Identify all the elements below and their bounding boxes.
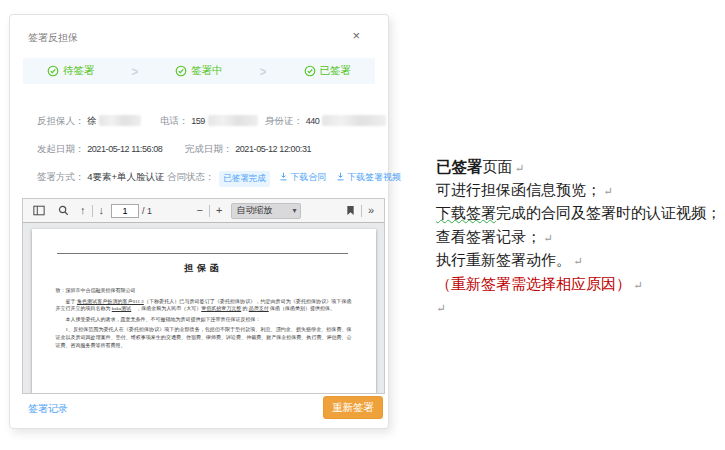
- field-sign-method: 签署方式： 4要素+单人脸认证: [37, 171, 164, 184]
- step-label: 签署中: [191, 64, 223, 78]
- page-up-icon[interactable]: ↑: [80, 205, 86, 216]
- masked-idcard: [322, 115, 386, 126]
- annotation-text-spellcheck: 下载签署: [436, 205, 496, 221]
- resign-button[interactable]: 重新签署: [323, 396, 383, 419]
- annotation-heading: 已签署页面↵: [436, 155, 725, 179]
- sign-method-label: 签署方式：: [37, 171, 85, 182]
- field-start-date: 发起日期： 2021-05-12 11:56:08: [37, 143, 162, 156]
- doc-underlined: 角色测试客户扮演的客户011 2: [77, 299, 144, 304]
- annotation-text: 查看签署记录；: [436, 229, 541, 245]
- zoom-in-icon[interactable]: +: [216, 205, 222, 216]
- pdf-page: 担保函 致：深圳市中合信融资担保有限公司 鉴于 角色测试客户扮演的客户011 2…: [32, 229, 376, 393]
- annotation-empty-line: ↵: [436, 296, 725, 320]
- step-label: 已签署: [320, 64, 352, 78]
- modal-title: 签署反担保: [28, 31, 78, 45]
- document-paragraph: 1、反担保范围为委托人在《委托担保协议》项下的全部债务，包括但不限于垫付款项、利…: [56, 326, 352, 349]
- annotation-line: 执行重新签署动作。↵: [436, 249, 725, 273]
- page-number-input[interactable]: [111, 204, 139, 218]
- start-date-value: 2021-05-12 11:56:08: [87, 144, 162, 154]
- info-row-2: 发起日期： 2021-05-12 11:56:08 完成日期： 2021-05-…: [37, 143, 378, 156]
- document-rule: [57, 253, 348, 254]
- close-icon[interactable]: ×: [352, 29, 360, 42]
- step-pending: 待签署: [47, 64, 95, 78]
- masked-guarantor-name: [99, 115, 141, 126]
- pdf-viewer: ↑ ↓ / 1 − + 自动缩放 ▾ »: [22, 198, 385, 394]
- download-video-label: 下载签署视频: [347, 172, 401, 182]
- toolbar-divider: [361, 205, 362, 217]
- field-contract-status: 合同状态： 已签署完成 下载合同 下载签署视频: [167, 171, 401, 187]
- status-badge: 已签署完成: [219, 171, 270, 187]
- word-annotation: 已签署页面↵ 可进行担保函信息预览；↵ 下载签署完成的合同及签署时的认证视频；↵…: [436, 155, 725, 320]
- doc-underlined: 品质支付: [249, 306, 269, 311]
- idcard-label: 身份证：: [265, 115, 303, 126]
- document-recipient: 致：深圳市中合信融资担保有限公司: [56, 287, 352, 295]
- field-guarantor: 反担保人： 徐: [37, 115, 141, 128]
- return-mark-icon: ↵: [543, 232, 553, 244]
- field-phone: 电话： 159: [160, 115, 258, 128]
- annotation-line: 下载签署完成的合同及签署时的认证视频；↵: [436, 202, 725, 226]
- download-icon: [279, 172, 288, 181]
- annotation-text: 完成的合同及签署时的认证视频；: [496, 205, 721, 221]
- doc-text: 的: [241, 306, 249, 311]
- step-label: 待签署: [63, 64, 95, 78]
- doc-underlined: kaka测试: [112, 306, 131, 311]
- download-video-link[interactable]: 下载签署视频: [336, 172, 401, 182]
- search-icon[interactable]: [58, 205, 69, 216]
- return-mark-icon: ↵: [573, 255, 583, 267]
- guarantee-info: 反担保人： 徐 电话： 159 身份证： 440 发起日期：: [37, 115, 378, 199]
- zoom-mode-select[interactable]: 自动缩放 ▾: [231, 203, 301, 219]
- zoom-mode-value: 自动缩放: [236, 204, 272, 217]
- step-signed: 已签署: [304, 64, 352, 78]
- pdf-toolbar: ↑ ↓ / 1 − + 自动缩放 ▾ »: [23, 199, 384, 223]
- toolbar-divider: [92, 205, 93, 217]
- heading-rest: 页面: [483, 159, 513, 175]
- sign-method-value: 4要素+单人脸认证: [87, 171, 164, 182]
- finish-date-label: 完成日期：: [185, 143, 233, 154]
- check-circle-icon: [47, 65, 59, 77]
- chevron-right-icon: >: [260, 64, 266, 78]
- toolbar-divider: [209, 205, 210, 217]
- doc-text: 鉴于: [66, 299, 77, 304]
- document-title: 担保函: [32, 262, 376, 275]
- info-row-3: 签署方式： 4要素+单人脸认证 合同状态： 已签署完成 下载合同 下载签署视频: [37, 171, 378, 184]
- check-circle-icon: [304, 65, 316, 77]
- download-icon: [336, 172, 345, 181]
- contract-status-label: 合同状态：: [167, 171, 215, 182]
- page-total: / 1: [142, 206, 152, 216]
- annotation-text: 执行重新签署动作。: [436, 252, 571, 268]
- bookmark-icon[interactable]: [346, 205, 355, 216]
- return-mark-icon: ↵: [436, 302, 446, 314]
- page-down-icon[interactable]: ↓: [99, 205, 105, 216]
- return-mark-icon: ↵: [603, 185, 613, 197]
- info-row-1: 反担保人： 徐 电话： 159 身份证： 440: [37, 115, 378, 128]
- signing-records-link[interactable]: 签署记录: [28, 402, 68, 416]
- doc-text: ，保函金额为人民币（大写）: [131, 306, 201, 311]
- signing-stepper: 待签署 > 签署中 > 已签署: [23, 58, 375, 84]
- document-body: 致：深圳市中合信融资担保有限公司 鉴于 角色测试客户扮演的客户011 2（下称委…: [56, 287, 352, 349]
- guarantor-value: 徐: [87, 115, 97, 126]
- doc-text: 保函（保函类别）提供担保。: [269, 306, 335, 311]
- screen: 签署反担保 × 待签署 > 签署中 > 已签署 反担保人：: [0, 0, 725, 450]
- guarantor-label: 反担保人：: [37, 115, 85, 126]
- chevron-right-icon: >: [132, 64, 138, 78]
- double-chevron-icon[interactable]: »: [368, 205, 374, 216]
- phone-label: 电话：: [160, 115, 189, 126]
- field-idcard: 身份证： 440: [265, 115, 386, 128]
- annotation-line-red: （重新签署需选择相应原因）↵: [436, 273, 725, 297]
- annotation-text: 可进行担保函信息预览；: [436, 182, 601, 198]
- annotation-line: 可进行担保函信息预览；↵: [436, 179, 725, 203]
- idcard-value: 440: [306, 116, 320, 126]
- start-date-label: 发起日期：: [37, 143, 85, 154]
- download-contract-label: 下载合同: [290, 172, 326, 182]
- download-contract-link[interactable]: 下载合同: [279, 172, 326, 182]
- check-circle-icon: [175, 65, 187, 77]
- sidebar-toggle-icon[interactable]: [33, 205, 45, 216]
- zoom-out-icon[interactable]: −: [197, 205, 203, 216]
- document-paragraph: 鉴于 角色测试客户扮演的客户011 2（下称委托人）已与贵司签订了《委托担保协议…: [56, 298, 352, 313]
- doc-underlined: 壹佰贰拾壹万元整: [201, 306, 241, 311]
- pdf-scroll-area[interactable]: 担保函 致：深圳市中合信融资担保有限公司 鉴于 角色测试客户扮演的客户011 2…: [23, 223, 384, 393]
- chevron-down-icon: ▾: [292, 206, 296, 215]
- phone-value: 159: [191, 116, 205, 126]
- document-paragraph: 本人接受委托人的请求，愿意无条件、不可撤销地为贵司提供如下连带责任保证反担保：: [56, 316, 352, 324]
- return-mark-icon: ↵: [515, 162, 525, 174]
